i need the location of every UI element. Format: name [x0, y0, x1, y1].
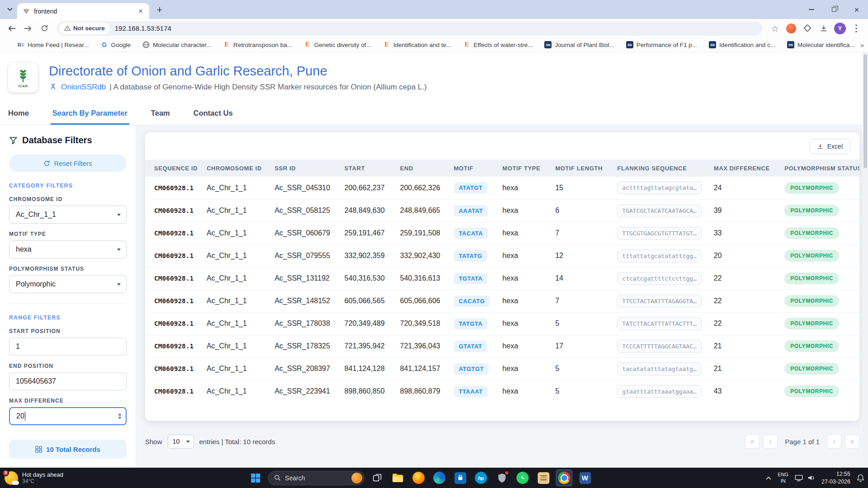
taskbar-search[interactable]: Search [268, 471, 364, 485]
flanking-sequence-chip[interactable]: ctcatcgattttctccttgg… [617, 272, 701, 285]
forward-button[interactable] [21, 21, 35, 36]
flanking-sequence-chip[interactable]: TATCTTACATTTATTACTTT… [617, 317, 701, 330]
next-page-button[interactable]: › [827, 434, 841, 449]
max-difference-value: 20 [16, 412, 24, 420]
divider [9, 303, 127, 304]
springer-favicon: SN [544, 41, 552, 48]
minimize-button[interactable] [800, 0, 823, 19]
hp-app-button[interactable]: hp [472, 469, 489, 486]
edge-button[interactable] [431, 469, 448, 486]
nav-item-search-by-parameter[interactable]: Search By Parameter [51, 103, 129, 125]
back-button[interactable] [5, 21, 19, 36]
whatsapp-button[interactable] [514, 469, 531, 486]
filters-title: Database Filters [22, 135, 92, 145]
number-spinner[interactable] [118, 413, 122, 419]
total-records-label: 10 Total Records [46, 446, 100, 453]
export-excel-button[interactable]: Excel [809, 139, 850, 154]
address-bar[interactable]: Not secure 192.168.1.53:5174 [57, 21, 762, 36]
flanking-sequence-chip[interactable]: TCCCATTTTTAGGCAGTAAC… [617, 340, 701, 353]
tray-chevron-icon[interactable] [766, 476, 771, 480]
browser-tab[interactable]: frontend × [17, 3, 149, 19]
flanking-sequence-chip[interactable]: TTGCGTGAGCGTGTTTATGT… [617, 227, 701, 240]
bookmark-star-button[interactable]: ☆ [768, 21, 782, 36]
chrome-button[interactable] [556, 469, 572, 486]
task-view-button[interactable] [368, 469, 385, 486]
cell-end: 332,902,430 [396, 244, 450, 267]
tab-search-button[interactable] [4, 3, 16, 16]
max-difference-input[interactable]: 20 [9, 407, 127, 425]
bookmark-item[interactable]: EIdentification and te... [383, 41, 451, 48]
security-app-button[interactable] [493, 469, 510, 486]
chevron-down-icon [117, 283, 121, 286]
bookmark-item[interactable]: EGenetic diversity of... [304, 41, 371, 48]
start-button[interactable] [247, 469, 264, 486]
reload-button[interactable] [37, 21, 52, 36]
column-header: MOTIF [450, 160, 499, 177]
motif-type-select[interactable]: hexa [9, 240, 127, 258]
file-explorer-button[interactable] [389, 469, 406, 486]
cell-ssr-id: Ac_SSR_208397 [271, 357, 340, 380]
profile-button[interactable]: Y [833, 21, 847, 36]
flanking-sequence-chip[interactable]: TTCCTACTAATTTAGAGGTA… [617, 295, 701, 308]
adblock-extension-button[interactable] [784, 21, 798, 36]
cell-motif-length: 6 [552, 199, 613, 222]
bookmark-item[interactable]: SNJournal of Plant Biol... [544, 41, 614, 48]
scrollbar-thumb[interactable] [863, 54, 867, 168]
start-position-input[interactable]: 1 [9, 338, 127, 356]
taskbar-center: Search hp W [247, 468, 593, 488]
bookmark-item[interactable]: Molecular character... [142, 41, 211, 48]
bookmark-label: Molecular identifica... [797, 42, 855, 48]
google-favicon: G [101, 41, 108, 48]
first-page-button[interactable]: « [745, 434, 760, 449]
bookmark-item[interactable]: EEffects of water-stre... [463, 41, 533, 48]
flanking-sequence-chip[interactable]: tttattatgcatatatttgg… [617, 249, 701, 263]
nav-item-home[interactable]: Home [6, 103, 31, 125]
tab-close-icon[interactable]: × [137, 7, 145, 15]
downloads-button[interactable] [816, 21, 831, 36]
restore-button[interactable] [823, 0, 845, 19]
column-header: SEQUENCE ID [145, 160, 203, 177]
flanking-sequence-chip[interactable]: acttttagttatagcgtata… [617, 181, 701, 194]
flanking-sequence-chip[interactable]: gtaatttatttaaatggaaa… [617, 385, 701, 398]
reset-filters-button[interactable]: Reset Filters [9, 155, 127, 172]
menu-button[interactable] [849, 21, 863, 36]
app-name-link[interactable]: OnionSSRdb [61, 83, 106, 92]
word-button[interactable]: W [576, 469, 593, 486]
end-position-input[interactable]: 1056405637 [9, 372, 127, 390]
bookmarks-overflow-chevron[interactable]: » [860, 41, 864, 49]
column-header: START [341, 160, 396, 177]
polymorphism-status-select[interactable]: Polymorphic [9, 275, 127, 293]
bookmark-item[interactable]: SNPerformance of F1 p... [626, 41, 697, 48]
bookmark-item[interactable]: RGHome Feed | Resear... [17, 41, 89, 48]
flanking-sequence-chip[interactable]: tacatatatttatagtaatg… [617, 362, 701, 375]
language-indicator[interactable]: ENG IN [778, 472, 788, 483]
weather-widget[interactable]: 3 Hot days ahead 34°C [5, 468, 63, 488]
notes-app-button[interactable] [535, 469, 552, 486]
new-tab-button[interactable]: + [153, 3, 166, 17]
previous-page-button[interactable]: ‹ [763, 434, 778, 449]
last-page-button[interactable]: » [845, 434, 859, 449]
cast-screen-icon[interactable] [795, 475, 803, 481]
extensions-button[interactable] [800, 21, 815, 36]
firefox-button[interactable] [410, 469, 427, 486]
nav-item-team[interactable]: Team [149, 103, 172, 125]
volume-icon[interactable] [807, 474, 815, 481]
bookmark-item[interactable]: ERetrotransposon ba... [223, 41, 292, 48]
flanking-sequence-chip[interactable]: TGATCGCTACATCAATAGCA… [617, 204, 701, 217]
nav-item-contact-us[interactable]: Contact Us [192, 103, 235, 125]
cell-polymorphism-status: POLYMORPHIC [781, 380, 859, 403]
cell-ssr-id: Ac_SSR_178325 [271, 335, 340, 357]
clock[interactable]: 12:55 27-03-2026 [821, 470, 850, 486]
restore-icon [832, 7, 836, 12]
page-size-select[interactable]: 10 [168, 435, 194, 449]
bookmark-item[interactable]: SNIdentification and c... [709, 41, 775, 48]
bookmark-item[interactable]: GGoogle [101, 41, 131, 48]
chromosome-id-select[interactable]: Ac_Chr_1_1 [9, 206, 127, 224]
notification-bell-icon[interactable] [857, 474, 864, 482]
close-button[interactable]: × [845, 0, 868, 19]
page-scrollbar[interactable] [863, 52, 868, 468]
microsoft-store-button[interactable] [452, 469, 468, 486]
security-chip[interactable]: Not secure [59, 23, 110, 34]
bookmark-item[interactable]: SNMolecular identifica... [787, 41, 855, 48]
springer-favicon: SN [709, 41, 716, 48]
